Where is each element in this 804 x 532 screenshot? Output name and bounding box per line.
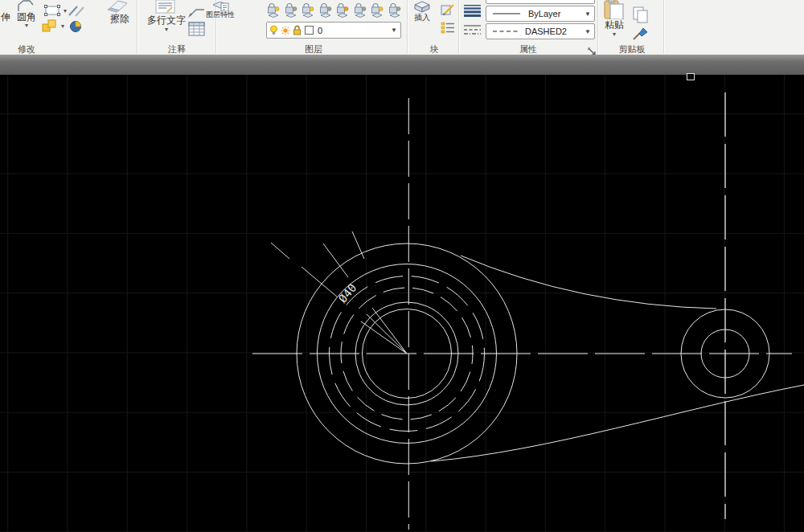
bulb-icon[interactable] xyxy=(269,25,278,35)
layer-select-arrow[interactable]: ▼ xyxy=(391,27,397,34)
layer-isolate-icon[interactable] xyxy=(284,2,298,22)
insert-button[interactable]: 插入 xyxy=(410,14,434,22)
layer-unlock-glyph xyxy=(370,2,384,18)
array-squares-icon[interactable] xyxy=(42,19,59,35)
top-tangent-curve[interactable] xyxy=(461,256,716,309)
layer-merge-icon[interactable] xyxy=(388,2,402,22)
layer-previous-glyph xyxy=(353,2,367,18)
paste-button[interactable]: 粘贴 xyxy=(602,20,626,31)
paste-dropdown-arrow[interactable]: ▾ xyxy=(610,31,618,38)
linetype-icon[interactable] xyxy=(463,24,482,40)
layer-color-swatch[interactable] xyxy=(305,26,314,35)
panel-separator xyxy=(137,0,138,54)
mtext-dropdown-arrow[interactable]: ▾ xyxy=(162,27,170,33)
erase-button[interactable]: 擦除 xyxy=(106,14,133,24)
mtext-button[interactable]: 多行文字 xyxy=(145,15,188,26)
linetype-select-arrow[interactable]: ▼ xyxy=(585,28,591,35)
layer-unlock-icon[interactable] xyxy=(370,2,384,22)
layer-match-glyph xyxy=(335,2,350,18)
ray-segment[interactable] xyxy=(271,243,289,259)
arrow-line[interactable] xyxy=(367,314,407,354)
lineweight-value: ByLayer xyxy=(528,9,560,18)
panel-separator xyxy=(663,0,665,54)
color-select-cropped[interactable] xyxy=(486,0,595,4)
lineweight-select-arrow[interactable]: ▼ xyxy=(585,10,591,18)
panel-separator xyxy=(458,0,460,54)
drawing-canvas[interactable]: Ø40 xyxy=(0,75,804,532)
lock-icon[interactable] xyxy=(293,25,302,35)
autocad-window: { "ribbon": { "labels": { "stretch_parti… xyxy=(0,0,804,532)
scale-dropdown-arrow[interactable]: ▾ xyxy=(64,8,67,14)
layer-match-icon[interactable] xyxy=(335,2,350,22)
fillet-dropdown-arrow[interactable]: ▾ xyxy=(23,23,31,29)
linetype-value: DASHED2 xyxy=(525,27,567,36)
ray-segment[interactable] xyxy=(323,243,348,277)
arrow-line[interactable] xyxy=(372,308,407,354)
dimension-text[interactable]: Ø40 xyxy=(336,281,359,305)
sun-icon[interactable] xyxy=(281,26,290,35)
layer-current-value: 0 xyxy=(318,26,322,35)
match-properties-brush-icon[interactable] xyxy=(632,27,649,44)
linetype-sample xyxy=(493,29,520,34)
ribbon: 伸 圆角 ▾ ▾ ▾ xyxy=(0,0,804,55)
bottom-tangent-curve[interactable] xyxy=(431,385,804,461)
layer-previous-icon[interactable] xyxy=(353,2,367,22)
layer-freeze-icon[interactable] xyxy=(301,2,315,22)
clipboard-panel-label: 剪贴板 xyxy=(605,44,658,54)
lineweight-icon[interactable] xyxy=(463,5,482,20)
cad-drawing: Ø40 xyxy=(0,75,804,532)
block-attributes-icon[interactable] xyxy=(441,21,456,38)
annotate-panel-label: 注释 xyxy=(158,44,195,54)
layer-properties-button[interactable]: 图层特性 xyxy=(204,10,236,18)
layer-select[interactable]: 0 ▼ xyxy=(266,22,401,39)
layer-isolate-glyph xyxy=(284,2,298,18)
lineweight-select[interactable]: ByLayer ▼ xyxy=(486,6,595,22)
layers-panel-label: 图层 xyxy=(295,44,332,54)
modify-panel-label: 修改 xyxy=(8,44,45,54)
chamfer-lines-icon[interactable] xyxy=(68,5,87,20)
block-edit-icon[interactable] xyxy=(441,2,456,19)
selection-grip-square[interactable] xyxy=(687,73,695,80)
linetype-select[interactable]: DASHED2 ▼ xyxy=(486,23,595,39)
layer-merge-glyph xyxy=(388,2,402,18)
lineweight-sample xyxy=(493,11,520,16)
arrow-line[interactable] xyxy=(361,321,407,354)
panel-separator xyxy=(407,0,408,54)
stretch-button-label[interactable]: 伸 xyxy=(0,12,13,23)
array-dropdown-arrow[interactable]: ▾ xyxy=(61,23,64,30)
drawing-area-title-bar xyxy=(0,55,804,76)
layer-off-icon[interactable] xyxy=(266,2,281,22)
join-sphere-icon[interactable] xyxy=(68,19,86,35)
table-icon[interactable] xyxy=(188,22,205,40)
panel-separator xyxy=(597,0,599,54)
copy-icon[interactable] xyxy=(632,6,650,27)
layer-freeze-glyph xyxy=(301,2,315,18)
layer-lock-icon[interactable] xyxy=(318,2,333,22)
leader-icon[interactable] xyxy=(187,6,206,22)
properties-panel-label: 属性 xyxy=(510,44,547,54)
layer-off-glyph xyxy=(266,2,281,18)
layer-tools-row xyxy=(266,2,403,18)
scale-rect-icon[interactable] xyxy=(44,4,62,20)
layer-lock-glyph xyxy=(318,2,333,18)
center-arrow-fan[interactable] xyxy=(361,308,407,354)
block-panel-label: 块 xyxy=(425,44,444,54)
